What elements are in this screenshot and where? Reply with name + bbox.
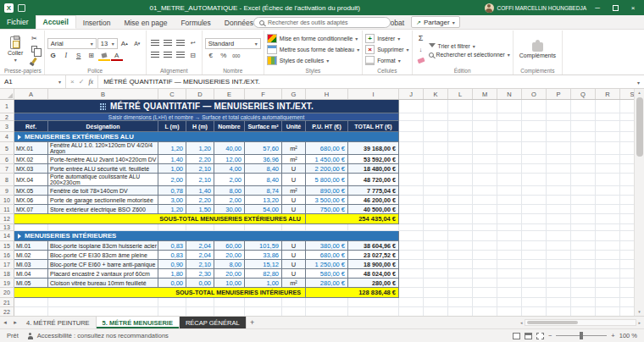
horizontal-scroll-thumb[interactable] — [527, 321, 578, 324]
cell-f15[interactable]: 101,59 — [245, 241, 282, 251]
cell-e8[interactable]: 2,00 — [214, 174, 245, 186]
cell-g9[interactable]: m² — [282, 186, 306, 196]
ribbon-tab-formules[interactable]: Formules — [174, 16, 217, 29]
cell-q1[interactable] — [571, 100, 596, 113]
subtotal-value-cell[interactable]: 254 435,04 € — [306, 214, 399, 224]
row-header-9[interactable]: 9 — [0, 186, 14, 196]
italic-button[interactable] — [60, 51, 72, 61]
cell-p18[interactable] — [547, 269, 571, 279]
cell-p14[interactable] — [547, 231, 571, 241]
cell-h15[interactable]: 380,00 € — [306, 241, 348, 251]
cell-f22[interactable] — [245, 307, 282, 316]
header-cell-f[interactable]: Surface m² — [245, 121, 282, 132]
cell-s19[interactable] — [620, 279, 634, 288]
column-header-j[interactable]: J — [399, 89, 424, 99]
cell-s7[interactable] — [620, 164, 634, 174]
cell-d15[interactable]: 2,04 — [186, 241, 214, 251]
cell-j18[interactable] — [399, 269, 424, 279]
cell-g22[interactable] — [282, 307, 306, 316]
row-header-10[interactable]: 10 — [0, 196, 14, 205]
cell-o14[interactable] — [522, 231, 547, 241]
sheet-nav-left-icon[interactable]: ◂ — [0, 317, 10, 328]
sheet-nav-right-icon[interactable]: ▸ — [10, 317, 20, 328]
cell-o1[interactable] — [522, 100, 547, 113]
cell-p22[interactable] — [547, 307, 571, 316]
insert-function-icon[interactable]: fx — [88, 78, 93, 86]
cell-i15[interactable]: 38 604,96 € — [348, 241, 399, 251]
borders-icon[interactable] — [86, 51, 97, 61]
cell-q17[interactable] — [571, 260, 596, 269]
cell-q21[interactable] — [571, 298, 596, 307]
increase-font-size-icon[interactable] — [119, 38, 130, 48]
row-header-11[interactable]: 11 — [0, 205, 14, 214]
cell-g16[interactable]: U — [282, 251, 306, 260]
ribbon-tab-accueil[interactable]: Accueil — [36, 15, 76, 29]
cell-c10[interactable]: 3,00 — [158, 196, 186, 205]
cell-k13[interactable] — [424, 224, 448, 231]
cell-o7[interactable] — [522, 164, 547, 174]
cell-n1[interactable] — [497, 100, 522, 113]
cell-i17[interactable]: 18 900,00 € — [348, 260, 399, 269]
cell-f7[interactable]: 8,40 — [245, 164, 282, 174]
font-color-icon[interactable] — [111, 51, 123, 61]
cell-g13[interactable] — [282, 224, 306, 231]
cell-l2[interactable] — [448, 113, 473, 121]
cell-r7[interactable] — [596, 164, 620, 174]
cell-k16[interactable] — [424, 251, 448, 260]
sheet-tab-5-metre-menuiserie[interactable]: 5. MÉTRÉ MENUISERIE — [97, 317, 180, 328]
cell-p8[interactable] — [547, 174, 571, 186]
cell-f13[interactable] — [245, 224, 282, 231]
cell-r18[interactable] — [596, 269, 620, 279]
cell-h13[interactable] — [306, 224, 348, 231]
cell-a9[interactable]: MX.05 — [14, 186, 48, 196]
cell-r5[interactable] — [596, 142, 620, 155]
cell-p1[interactable] — [547, 100, 571, 113]
cell-s22[interactable] — [620, 307, 634, 316]
cell-d21[interactable] — [186, 298, 214, 307]
cell-r11[interactable] — [596, 205, 620, 214]
addins-button[interactable]: Compléments — [516, 39, 559, 59]
cell-a11[interactable]: MX.07 — [14, 205, 48, 214]
cell-e11[interactable]: 30,00 — [214, 205, 245, 214]
cell-p3[interactable] — [547, 121, 571, 132]
cell-h5[interactable]: 680,00 € — [306, 142, 348, 155]
cell-n10[interactable] — [497, 196, 522, 205]
cell-o5[interactable] — [522, 142, 547, 155]
cell-d9[interactable]: 1,40 — [186, 186, 214, 196]
page-break-view-icon[interactable] — [536, 333, 544, 339]
column-header-b[interactable]: B — [48, 89, 158, 99]
cell-c5[interactable]: 1,20 — [158, 142, 186, 155]
cell-r8[interactable] — [596, 174, 620, 186]
cell-h22[interactable] — [306, 307, 348, 316]
column-header-n[interactable]: N — [497, 89, 522, 99]
cell-m7[interactable] — [473, 164, 497, 174]
cell-a15[interactable]: MI.01 — [14, 241, 48, 251]
cell-b6[interactable]: Porte-fenêtre ALU 2vant 140×220cm DV — [48, 155, 158, 164]
cell-p5[interactable] — [547, 142, 571, 155]
cell-f17[interactable]: 15,12 — [245, 260, 282, 269]
user-account[interactable]: COFFI MARCELLIN HOUNGBEDJA — [485, 3, 586, 13]
column-header-o[interactable]: O — [522, 89, 547, 99]
cell-i22[interactable] — [348, 307, 399, 316]
cell-r2[interactable] — [596, 113, 620, 121]
cell-r9[interactable] — [596, 186, 620, 196]
cell-g15[interactable]: U — [282, 241, 306, 251]
cell-c8[interactable]: 2,00 — [158, 174, 186, 186]
cell-j16[interactable] — [399, 251, 424, 260]
cell-p15[interactable] — [547, 241, 571, 251]
cell-q7[interactable] — [571, 164, 596, 174]
cell-i5[interactable]: 39 168,00 € — [348, 142, 399, 155]
cell-k17[interactable] — [424, 260, 448, 269]
cell-j17[interactable] — [399, 260, 424, 269]
cell-s16[interactable] — [620, 251, 634, 260]
cell-m1[interactable] — [473, 100, 497, 113]
cell-k20[interactable] — [424, 288, 448, 298]
row-header-5[interactable]: 5 — [0, 142, 14, 155]
cell-c11[interactable]: 1,20 — [158, 205, 186, 214]
align-middle-icon[interactable] — [162, 38, 174, 48]
cell-n5[interactable] — [497, 142, 522, 155]
cell-e16[interactable]: 20,00 — [214, 251, 245, 260]
cell-l11[interactable] — [448, 205, 473, 214]
share-button[interactable]: Partager — [411, 16, 460, 28]
align-right-icon[interactable] — [175, 50, 186, 60]
